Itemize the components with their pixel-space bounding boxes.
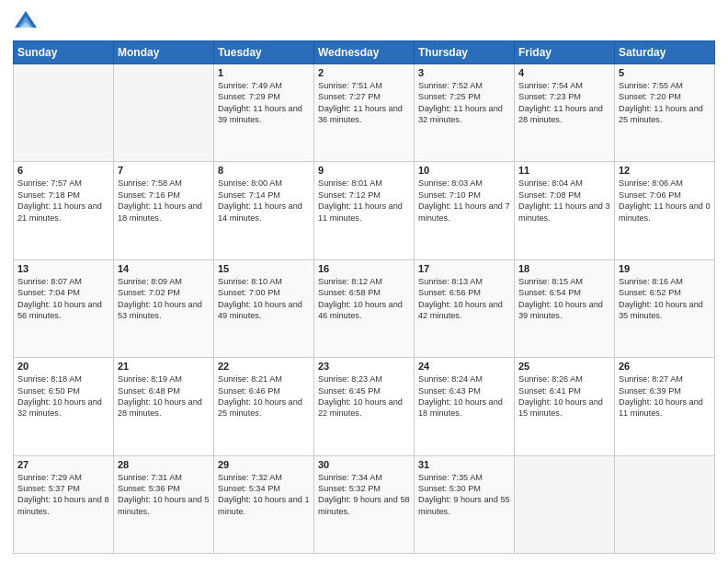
day-number: 7 xyxy=(118,165,210,176)
day-number: 21 xyxy=(118,361,210,372)
day-number: 10 xyxy=(418,165,510,176)
day-info: Sunrise: 7:29 AMSunset: 5:37 PMDaylight:… xyxy=(17,472,109,518)
day-number: 8 xyxy=(218,165,310,176)
calendar-cell: 15Sunrise: 8:10 AMSunset: 7:00 PMDayligh… xyxy=(214,259,314,357)
weekday-header-tuesday: Tuesday xyxy=(214,41,314,64)
calendar-cell: 1Sunrise: 7:49 AMSunset: 7:29 PMDaylight… xyxy=(214,64,314,162)
day-number: 23 xyxy=(318,361,410,372)
day-number: 5 xyxy=(619,67,711,78)
calendar-cell xyxy=(114,64,214,162)
day-number: 20 xyxy=(17,361,109,372)
day-info: Sunrise: 8:04 AMSunset: 7:08 PMDaylight:… xyxy=(518,178,610,224)
day-number: 22 xyxy=(218,361,310,372)
weekday-header-friday: Friday xyxy=(515,41,615,64)
calendar-cell: 7Sunrise: 7:58 AMSunset: 7:16 PMDaylight… xyxy=(114,162,214,259)
calendar-table: SundayMondayTuesdayWednesdayThursdayFrid… xyxy=(13,40,715,554)
day-info: Sunrise: 7:34 AMSunset: 5:32 PMDaylight:… xyxy=(318,472,410,518)
calendar-cell: 19Sunrise: 8:16 AMSunset: 6:52 PMDayligh… xyxy=(615,259,715,357)
weekday-header-row: SundayMondayTuesdayWednesdayThursdayFrid… xyxy=(14,41,715,64)
calendar-cell: 28Sunrise: 7:31 AMSunset: 5:36 PMDayligh… xyxy=(114,455,214,553)
calendar-cell: 18Sunrise: 8:15 AMSunset: 6:54 PMDayligh… xyxy=(515,259,615,357)
day-number: 6 xyxy=(17,165,109,176)
calendar-cell: 17Sunrise: 8:13 AMSunset: 6:56 PMDayligh… xyxy=(415,259,515,357)
calendar-cell: 27Sunrise: 7:29 AMSunset: 5:37 PMDayligh… xyxy=(14,455,114,553)
day-number: 4 xyxy=(518,67,610,78)
day-info: Sunrise: 8:19 AMSunset: 6:48 PMDaylight:… xyxy=(118,373,210,419)
calendar-cell: 13Sunrise: 8:07 AMSunset: 7:04 PMDayligh… xyxy=(14,259,114,357)
calendar-cell: 3Sunrise: 7:52 AMSunset: 7:25 PMDaylight… xyxy=(415,64,515,162)
day-info: Sunrise: 7:31 AMSunset: 5:36 PMDaylight:… xyxy=(118,472,210,518)
calendar-cell: 4Sunrise: 7:54 AMSunset: 7:23 PMDaylight… xyxy=(515,64,615,162)
calendar-week-4: 20Sunrise: 8:18 AMSunset: 6:50 PMDayligh… xyxy=(14,358,715,455)
calendar-week-3: 13Sunrise: 8:07 AMSunset: 7:04 PMDayligh… xyxy=(14,259,715,357)
day-info: Sunrise: 8:06 AMSunset: 7:06 PMDaylight:… xyxy=(619,178,711,224)
calendar-body: 1Sunrise: 7:49 AMSunset: 7:29 PMDaylight… xyxy=(14,64,715,554)
day-info: Sunrise: 8:24 AMSunset: 6:43 PMDaylight:… xyxy=(418,373,510,419)
weekday-header-monday: Monday xyxy=(114,41,214,64)
day-info: Sunrise: 8:12 AMSunset: 6:58 PMDaylight:… xyxy=(318,276,410,322)
weekday-header-wednesday: Wednesday xyxy=(314,41,415,64)
day-info: Sunrise: 7:57 AMSunset: 7:18 PMDaylight:… xyxy=(17,178,109,224)
day-info: Sunrise: 7:52 AMSunset: 7:25 PMDaylight:… xyxy=(418,80,510,126)
day-info: Sunrise: 7:54 AMSunset: 7:23 PMDaylight:… xyxy=(518,80,610,126)
day-number: 2 xyxy=(318,67,410,78)
calendar-cell: 21Sunrise: 8:19 AMSunset: 6:48 PMDayligh… xyxy=(114,358,214,455)
day-info: Sunrise: 8:21 AMSunset: 6:46 PMDaylight:… xyxy=(218,373,310,419)
calendar-cell: 26Sunrise: 8:27 AMSunset: 6:39 PMDayligh… xyxy=(615,358,715,455)
calendar-cell: 6Sunrise: 7:57 AMSunset: 7:18 PMDaylight… xyxy=(14,162,114,259)
logo-icon xyxy=(13,9,39,35)
calendar-cell xyxy=(14,64,114,162)
day-number: 30 xyxy=(318,459,410,470)
day-info: Sunrise: 8:23 AMSunset: 6:45 PMDaylight:… xyxy=(318,373,410,419)
day-number: 19 xyxy=(619,263,711,274)
day-info: Sunrise: 8:18 AMSunset: 6:50 PMDaylight:… xyxy=(17,373,109,419)
calendar-cell: 16Sunrise: 8:12 AMSunset: 6:58 PMDayligh… xyxy=(314,259,415,357)
day-info: Sunrise: 8:27 AMSunset: 6:39 PMDaylight:… xyxy=(619,373,711,419)
day-number: 9 xyxy=(318,165,410,176)
day-info: Sunrise: 7:35 AMSunset: 5:30 PMDaylight:… xyxy=(418,472,510,518)
weekday-header-saturday: Saturday xyxy=(615,41,715,64)
calendar-cell: 14Sunrise: 8:09 AMSunset: 7:02 PMDayligh… xyxy=(114,259,214,357)
calendar-cell: 9Sunrise: 8:01 AMSunset: 7:12 PMDaylight… xyxy=(314,162,415,259)
day-info: Sunrise: 8:16 AMSunset: 6:52 PMDaylight:… xyxy=(619,276,711,322)
day-number: 26 xyxy=(619,361,711,372)
day-info: Sunrise: 7:55 AMSunset: 7:20 PMDaylight:… xyxy=(619,80,711,126)
calendar-cell: 30Sunrise: 7:34 AMSunset: 5:32 PMDayligh… xyxy=(314,455,415,553)
day-number: 13 xyxy=(17,263,109,274)
day-info: Sunrise: 8:09 AMSunset: 7:02 PMDaylight:… xyxy=(118,276,210,322)
logo xyxy=(13,9,42,35)
day-info: Sunrise: 7:51 AMSunset: 7:27 PMDaylight:… xyxy=(318,80,410,126)
calendar-week-5: 27Sunrise: 7:29 AMSunset: 5:37 PMDayligh… xyxy=(14,455,715,553)
day-number: 1 xyxy=(218,67,310,78)
day-info: Sunrise: 8:07 AMSunset: 7:04 PMDaylight:… xyxy=(17,276,109,322)
calendar-cell: 29Sunrise: 7:32 AMSunset: 5:34 PMDayligh… xyxy=(214,455,314,553)
day-info: Sunrise: 7:58 AMSunset: 7:16 PMDaylight:… xyxy=(118,178,210,224)
calendar-cell: 25Sunrise: 8:26 AMSunset: 6:41 PMDayligh… xyxy=(515,358,615,455)
calendar-cell: 22Sunrise: 8:21 AMSunset: 6:46 PMDayligh… xyxy=(214,358,314,455)
calendar-cell xyxy=(615,455,715,553)
day-info: Sunrise: 7:49 AMSunset: 7:29 PMDaylight:… xyxy=(218,80,310,126)
day-info: Sunrise: 8:26 AMSunset: 6:41 PMDaylight:… xyxy=(518,373,610,419)
day-number: 16 xyxy=(318,263,410,274)
day-number: 31 xyxy=(418,459,510,470)
calendar-cell: 8Sunrise: 8:00 AMSunset: 7:14 PMDaylight… xyxy=(214,162,314,259)
calendar-cell: 10Sunrise: 8:03 AMSunset: 7:10 PMDayligh… xyxy=(415,162,515,259)
day-number: 29 xyxy=(218,459,310,470)
calendar-cell: 23Sunrise: 8:23 AMSunset: 6:45 PMDayligh… xyxy=(314,358,415,455)
day-number: 25 xyxy=(518,361,610,372)
calendar-cell: 12Sunrise: 8:06 AMSunset: 7:06 PMDayligh… xyxy=(615,162,715,259)
calendar-cell: 2Sunrise: 7:51 AMSunset: 7:27 PMDaylight… xyxy=(314,64,415,162)
calendar-cell: 20Sunrise: 8:18 AMSunset: 6:50 PMDayligh… xyxy=(14,358,114,455)
calendar-cell: 11Sunrise: 8:04 AMSunset: 7:08 PMDayligh… xyxy=(515,162,615,259)
day-number: 18 xyxy=(518,263,610,274)
day-number: 14 xyxy=(118,263,210,274)
day-number: 15 xyxy=(218,263,310,274)
weekday-header-sunday: Sunday xyxy=(14,41,114,64)
day-info: Sunrise: 8:03 AMSunset: 7:10 PMDaylight:… xyxy=(418,178,510,224)
day-number: 12 xyxy=(619,165,711,176)
day-number: 24 xyxy=(418,361,510,372)
calendar-cell: 5Sunrise: 7:55 AMSunset: 7:20 PMDaylight… xyxy=(615,64,715,162)
day-info: Sunrise: 8:00 AMSunset: 7:14 PMDaylight:… xyxy=(218,178,310,224)
day-number: 17 xyxy=(418,263,510,274)
calendar-cell: 24Sunrise: 8:24 AMSunset: 6:43 PMDayligh… xyxy=(415,358,515,455)
